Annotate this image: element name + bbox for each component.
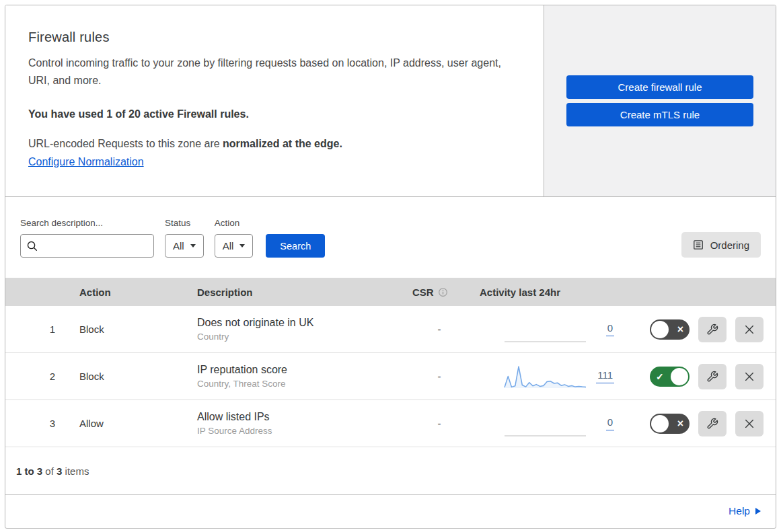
rule-controls — [633, 317, 776, 342]
configure-normalization-link[interactable]: Configure Normalization — [28, 156, 144, 168]
search-label: Search description... — [20, 218, 154, 228]
action-column-header: Action — [79, 287, 197, 298]
search-button[interactable]: Search — [266, 234, 325, 258]
activity-count-link[interactable]: 111 — [596, 369, 614, 383]
normalization-notice: URL-encoded Requests to this zone are no… — [28, 138, 517, 150]
footer-of: of — [42, 465, 57, 477]
delete-rule-button[interactable] — [735, 411, 764, 436]
footer-total: 3 — [57, 465, 62, 477]
footer-range: 1 to 3 — [16, 465, 42, 477]
top-section: Firewall rules Control incoming traffic … — [5, 5, 776, 197]
help-bar: Help — [5, 495, 776, 527]
chevron-down-icon — [190, 244, 196, 248]
rule-description: IP reputation score — [197, 364, 412, 376]
table-row: 3 Allow Allow listed IPs IP Source Addre… — [5, 400, 776, 447]
rule-criteria: IP Source Address — [197, 426, 412, 436]
rule-criteria: Country — [197, 332, 412, 342]
rule-priority: 2 — [5, 371, 79, 382]
rule-description-cell: Does not originate in UK Country — [197, 317, 412, 342]
rule-priority: 3 — [5, 418, 79, 429]
delete-rule-button[interactable] — [735, 364, 764, 389]
ordering-button-label: Ordering — [710, 239, 749, 251]
rule-controls — [633, 364, 776, 389]
toggle-knob — [671, 368, 688, 385]
rule-enabled-toggle[interactable] — [650, 319, 690, 340]
close-icon — [743, 371, 755, 383]
rule-criteria: Country, Threat Score — [197, 379, 412, 389]
edit-rule-button[interactable] — [698, 411, 727, 436]
create-mtls-rule-button[interactable]: Create mTLS rule — [566, 103, 753, 126]
edit-rule-button[interactable] — [698, 317, 727, 342]
action-filter-group: Action All — [215, 218, 254, 258]
status-dropdown[interactable]: All — [165, 234, 204, 258]
rule-description-cell: IP reputation score Country, Threat Scor… — [197, 364, 412, 389]
usage-notice: You have used 1 of 20 active Firewall ru… — [28, 108, 517, 120]
wrench-icon — [706, 371, 718, 383]
edit-rule-button[interactable] — [698, 364, 727, 389]
arrow-right-icon — [755, 508, 761, 515]
status-filter-group: Status All — [165, 218, 204, 258]
rule-csr-value: - — [412, 418, 480, 429]
page-title: Firewall rules — [28, 30, 517, 45]
wrench-icon — [706, 418, 718, 430]
activity-sparkline — [503, 362, 587, 391]
rule-enabled-toggle[interactable] — [650, 367, 690, 387]
rule-action: Block — [79, 324, 197, 335]
rule-csr-value: - — [412, 371, 480, 382]
create-firewall-rule-button[interactable]: Create firewall rule — [566, 75, 753, 99]
toggle-check-icon — [656, 371, 664, 382]
rule-action: Allow — [79, 418, 197, 429]
search-box — [20, 234, 154, 258]
activity-sparkline — [503, 409, 587, 439]
ordering-button[interactable]: Ordering — [681, 232, 761, 258]
action-dropdown-value: All — [223, 240, 234, 252]
help-link-label: Help — [729, 505, 750, 517]
filter-bar: Search description... Status All Action … — [5, 197, 776, 278]
list-document-icon — [693, 239, 704, 250]
intro-card: Firewall rules Control incoming traffic … — [5, 5, 544, 196]
description-column-header: Description — [197, 287, 412, 298]
toggle-x-icon — [677, 418, 683, 430]
status-label: Status — [165, 218, 204, 228]
search-input[interactable] — [38, 240, 148, 252]
status-dropdown-value: All — [173, 240, 184, 252]
action-dropdown[interactable]: All — [215, 234, 254, 258]
activity-count-link[interactable]: 0 — [606, 416, 614, 430]
search-group: Search description... — [20, 218, 154, 258]
search-icon — [26, 240, 38, 252]
wrench-icon — [706, 324, 718, 336]
rule-activity-cell: 111 — [480, 362, 633, 391]
help-link[interactable]: Help — [729, 505, 761, 517]
toggle-knob — [651, 415, 669, 432]
activity-count-link[interactable]: 0 — [606, 322, 614, 336]
activity-column-header: Activity last 24hr — [480, 287, 633, 298]
normalization-bold: normalized at the edge. — [223, 138, 342, 149]
rule-description: Allow listed IPs — [197, 411, 412, 423]
csr-column-label: CSR — [412, 287, 434, 298]
rule-action: Block — [79, 371, 197, 382]
delete-rule-button[interactable] — [735, 317, 764, 342]
action-label: Action — [215, 218, 254, 228]
close-icon — [743, 324, 755, 336]
rule-enabled-toggle[interactable] — [650, 414, 690, 434]
firewall-rules-page: Firewall rules Control incoming traffic … — [5, 5, 776, 529]
toggle-x-icon — [677, 324, 683, 336]
page-description: Control incoming traffic to your zone by… — [28, 54, 506, 89]
csr-column-header: CSR — [412, 287, 480, 298]
table-header: Action Description CSR Activity last 24h… — [5, 278, 776, 306]
footer-items: items — [62, 465, 89, 477]
normalization-text: URL-encoded Requests to this zone are — [28, 138, 223, 149]
table-row: 2 Block IP reputation score Country, Thr… — [5, 353, 776, 400]
table-row: 1 Block Does not originate in UK Country… — [5, 306, 776, 353]
rule-controls — [633, 411, 776, 436]
table-body: 1 Block Does not originate in UK Country… — [5, 306, 776, 447]
actions-panel: Create firewall rule Create mTLS rule — [544, 5, 776, 196]
activity-sparkline — [503, 315, 587, 344]
rule-csr-value: - — [412, 324, 480, 335]
rule-activity-cell: 0 — [480, 409, 633, 439]
info-icon[interactable] — [438, 287, 448, 297]
rule-description-cell: Allow listed IPs IP Source Address — [197, 411, 412, 436]
close-icon — [743, 418, 755, 430]
rule-description: Does not originate in UK — [197, 317, 412, 329]
rule-activity-cell: 0 — [480, 315, 633, 344]
